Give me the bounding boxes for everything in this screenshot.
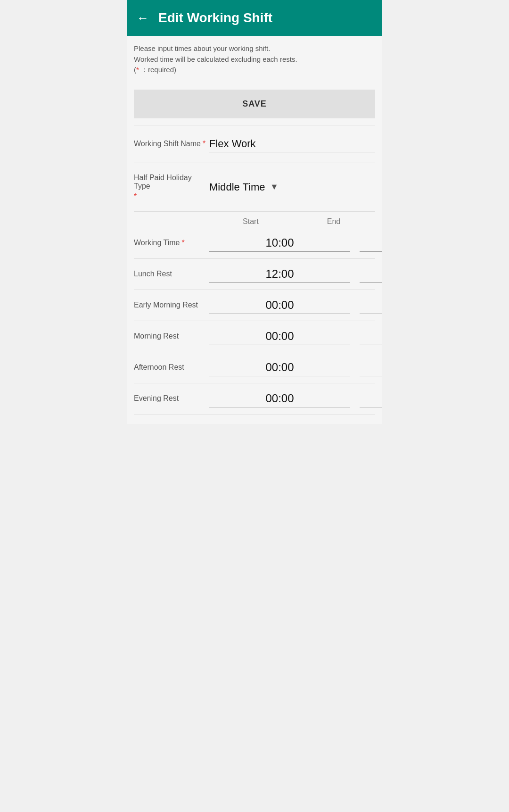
evening-rest-row: Evening Rest	[134, 385, 375, 412]
lunch-rest-end-input[interactable]	[360, 265, 382, 283]
description-line1: Please input times about your working sh…	[134, 43, 375, 54]
required-note: (* ：required)	[134, 65, 375, 75]
half-paid-holiday-label: Half Paid Holiday Type *	[134, 174, 209, 201]
divider-8	[134, 383, 375, 383]
working-time-required: *	[182, 239, 185, 247]
time-header-row: Start End	[134, 217, 375, 230]
early-morning-rest-inputs	[209, 297, 382, 314]
working-time-end-input[interactable]	[360, 234, 382, 252]
early-morning-rest-start-input[interactable]	[209, 297, 350, 314]
working-shift-name-input[interactable]	[209, 136, 375, 152]
divider-6	[134, 321, 375, 321]
afternoon-rest-inputs	[209, 359, 382, 376]
morning-rest-end-input[interactable]	[360, 328, 382, 345]
working-shift-name-input-wrapper	[209, 136, 375, 152]
divider-7	[134, 352, 375, 352]
lunch-rest-row: Lunch Rest	[134, 261, 375, 288]
divider-9	[134, 414, 375, 414]
half-paid-holiday-required: *	[134, 192, 137, 201]
lunch-rest-inputs	[209, 265, 382, 283]
app-header: ← Edit Working Shift	[127, 0, 382, 36]
back-button[interactable]: ←	[137, 11, 149, 25]
working-time-start-input[interactable]	[209, 234, 350, 252]
lunch-rest-label: Lunch Rest	[134, 270, 209, 278]
morning-rest-start-input[interactable]	[209, 328, 350, 345]
working-shift-name-row: Working Shift Name *	[134, 129, 375, 159]
evening-rest-label: Evening Rest	[134, 394, 209, 403]
half-paid-holiday-select[interactable]: Middle Time Morning Afternoon	[209, 181, 279, 193]
working-shift-name-section: Working Shift Name *	[134, 127, 375, 161]
divider-5	[134, 290, 375, 290]
evening-rest-inputs	[209, 390, 382, 407]
description-line2: Worked time will be calculated excluding…	[134, 54, 375, 65]
morning-rest-inputs	[209, 328, 382, 345]
afternoon-rest-start-input[interactable]	[209, 359, 350, 376]
working-time-inputs	[209, 234, 382, 252]
time-section: Start End Working Time * Lunch Rest	[134, 214, 375, 414]
early-morning-rest-row: Early Morning Rest	[134, 292, 375, 319]
working-shift-name-label: Working Shift Name *	[134, 140, 209, 148]
half-paid-holiday-dropdown-wrapper: Middle Time Morning Afternoon ▼	[209, 181, 375, 193]
end-header: End	[292, 217, 375, 226]
divider-2	[134, 163, 375, 163]
divider-1	[134, 125, 375, 125]
start-header: Start	[209, 217, 292, 226]
description-block: Please input times about your working sh…	[134, 43, 375, 75]
working-shift-name-required: *	[203, 140, 205, 148]
afternoon-rest-end-input[interactable]	[360, 359, 382, 376]
divider-4	[134, 258, 375, 259]
evening-rest-end-input[interactable]	[360, 390, 382, 407]
early-morning-rest-end-input[interactable]	[360, 297, 382, 314]
morning-rest-row: Morning Rest	[134, 323, 375, 350]
divider-3	[134, 211, 375, 212]
page-title: Edit Working Shift	[158, 10, 272, 25]
afternoon-rest-label: Afternoon Rest	[134, 363, 209, 372]
morning-rest-label: Morning Rest	[134, 332, 209, 340]
half-paid-holiday-row: Half Paid Holiday Type * Middle Time Mor…	[134, 167, 375, 207]
early-morning-rest-label: Early Morning Rest	[134, 301, 209, 309]
required-star: *	[136, 66, 139, 74]
working-time-row: Working Time *	[134, 230, 375, 257]
half-paid-holiday-input-wrapper: Middle Time Morning Afternoon ▼	[209, 181, 375, 193]
afternoon-rest-row: Afternoon Rest	[134, 354, 375, 381]
working-time-label: Working Time *	[134, 239, 209, 247]
evening-rest-start-input[interactable]	[209, 390, 350, 407]
half-paid-holiday-section: Half Paid Holiday Type * Middle Time Mor…	[134, 165, 375, 209]
save-button[interactable]: SAVE	[134, 90, 375, 118]
main-content: Please input times about your working sh…	[127, 36, 382, 424]
lunch-rest-start-input[interactable]	[209, 265, 350, 283]
